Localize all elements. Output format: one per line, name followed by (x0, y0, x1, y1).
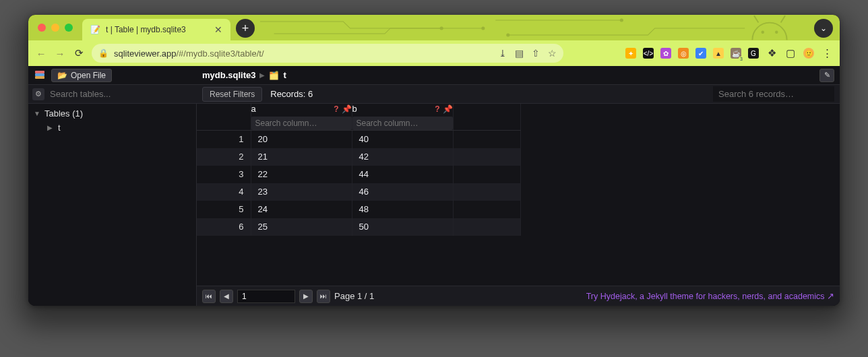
table-cell[interactable]: 42 (352, 148, 453, 166)
panel-icon[interactable]: ▢ (784, 47, 797, 59)
tab-title: t | Table | mydb.sqlite3 (106, 25, 209, 34)
forward-button[interactable]: → (54, 48, 66, 59)
table-cell[interactable]: 48 (352, 201, 453, 218)
close-tab-button[interactable]: ✕ (214, 24, 222, 35)
menu-icon[interactable]: ⋮ (821, 47, 833, 59)
edit-button[interactable]: ✎ (819, 69, 834, 82)
tables-group-label: Tables (1) (44, 108, 83, 119)
table-cell[interactable]: 20 (251, 131, 352, 148)
promo-text: Try Hydejack, a Jekyll theme for hackers… (586, 292, 834, 301)
lock-icon: 🔒 (98, 48, 108, 58)
gear-icon: ⚙ (35, 90, 42, 98)
first-page-button[interactable]: ⏮ (202, 290, 216, 303)
extensions-menu-icon[interactable]: ❖ (766, 47, 778, 59)
theme-decoration (260, 15, 814, 40)
breadcrumb-db[interactable]: mydb.sqlite3 (202, 70, 255, 80)
last-page-button[interactable]: ⏭ (317, 290, 330, 303)
svg-rect-10 (35, 71, 44, 73)
extension-icon[interactable]: ✔ (695, 48, 706, 59)
column-header[interactable]: a?📌 (251, 104, 352, 131)
page-label: Page 1 / 1 (334, 291, 374, 301)
column-header[interactable]: b?📌 (352, 104, 453, 131)
svg-line-5 (781, 15, 785, 22)
column-type-icon[interactable]: ? (435, 104, 439, 114)
blank-header (453, 104, 520, 131)
sidebar-item[interactable]: ▶t (28, 121, 196, 135)
table-toolbar: Reset Filters Records: 6 (197, 85, 840, 104)
tables-group[interactable]: ▼ Tables (1) (28, 106, 196, 121)
breadcrumb: mydb.sqlite3 ▶ 🗂️ t (202, 70, 286, 80)
open-file-button[interactable]: 📂 Open File (51, 69, 112, 82)
chevron-right-icon: ▶ (259, 71, 265, 79)
minimize-window-button[interactable] (51, 24, 59, 32)
promo-link[interactable]: Try Hydejack, a Jekyll theme for hackers… (586, 291, 834, 301)
table-cell[interactable]: 23 (251, 183, 352, 201)
chevron-down-icon: ▼ (34, 110, 40, 117)
table-cell[interactable]: 22 (251, 166, 352, 183)
close-window-button[interactable] (38, 24, 46, 32)
window-controls (28, 24, 82, 32)
table-cell[interactable]: 25 (251, 218, 352, 236)
browser-tab[interactable]: 📝 t | Table | mydb.sqlite3 ✕ (82, 19, 230, 40)
table-cell[interactable]: 21 (251, 148, 352, 166)
table-row[interactable]: 22142 (197, 148, 520, 166)
settings-button[interactable]: ⚙ (32, 88, 44, 100)
column-filter-input[interactable] (352, 117, 453, 130)
reader-icon[interactable]: ▤ (515, 48, 524, 59)
tabs-dropdown-button[interactable]: ⌄ (814, 19, 833, 38)
page-input[interactable] (237, 290, 295, 303)
new-tab-button[interactable]: + (236, 19, 255, 38)
table-row[interactable]: 32244 (197, 166, 520, 183)
reload-button[interactable]: ⟳ (73, 47, 85, 59)
browser-toolbar: ← → ⟳ 🔒 sqliteviewer.app/#/mydb.sqlite3/… (28, 40, 840, 66)
extension-icon[interactable]: ◎ (678, 48, 689, 59)
table-row[interactable]: 12040 (197, 131, 520, 148)
column-name: a (251, 104, 256, 114)
pin-icon[interactable]: 📌 (342, 104, 352, 114)
column-type-icon[interactable]: ? (334, 104, 338, 114)
extension-icon[interactable]: ✦ (625, 48, 636, 59)
bookmark-icon[interactable]: ☆ (548, 48, 557, 59)
table-row[interactable]: 62550 (197, 218, 520, 236)
sidebar-item-label: t (58, 123, 61, 133)
table-row[interactable]: 42346 (197, 183, 520, 201)
extension-icon[interactable]: G (748, 48, 759, 59)
next-page-button[interactable]: ▶ (299, 290, 313, 303)
pin-icon[interactable]: 📌 (443, 104, 453, 114)
table-cell[interactable]: 44 (352, 166, 453, 183)
folder-icon: 📂 (57, 71, 67, 80)
table-cell[interactable]: 24 (251, 201, 352, 218)
extension-icon[interactable]: ✿ (660, 48, 671, 59)
table-cell[interactable]: 40 (352, 131, 453, 148)
profile-avatar[interactable]: 🙂 (803, 48, 814, 59)
sidebar-search-bar: ⚙ (28, 85, 197, 104)
extension-icon[interactable]: ☕ (731, 48, 741, 59)
back-button[interactable]: ← (35, 48, 47, 59)
share-icon[interactable]: ⇧ (532, 48, 540, 59)
pager-bar: ⏮ ◀ ▶ ⏭ Page 1 / 1 Try Hydejack, a Jekyl… (197, 286, 840, 306)
records-search-input[interactable] (713, 86, 834, 102)
open-file-label: Open File (71, 71, 106, 80)
svg-point-7 (775, 30, 778, 33)
svg-point-6 (762, 30, 764, 33)
row-number: 4 (197, 183, 251, 201)
install-app-icon[interactable]: ⤓ (499, 48, 507, 59)
column-filter-input[interactable] (251, 117, 352, 130)
tab-favicon-icon: 📝 (90, 25, 100, 34)
row-number: 5 (197, 201, 251, 218)
prev-page-button[interactable]: ◀ (220, 290, 233, 303)
address-bar[interactable]: 🔒 sqliteviewer.app/#/mydb.sqlite3/table/… (92, 44, 563, 63)
fullscreen-window-button[interactable] (65, 24, 73, 32)
sidebar-search-input[interactable] (49, 88, 193, 100)
table-cell[interactable]: 50 (352, 218, 453, 236)
svg-rect-8 (35, 76, 44, 79)
filler-cell (453, 218, 520, 236)
table-row[interactable]: 52448 (197, 201, 520, 218)
extension-icon[interactable]: </> (643, 48, 654, 59)
breadcrumb-table[interactable]: t (283, 70, 286, 80)
table-cell[interactable]: 46 (352, 183, 453, 201)
column-name: b (352, 104, 357, 114)
row-number: 3 (197, 166, 251, 183)
reset-filters-button[interactable]: Reset Filters (202, 87, 262, 102)
extension-icon[interactable]: ▲ (713, 48, 724, 59)
